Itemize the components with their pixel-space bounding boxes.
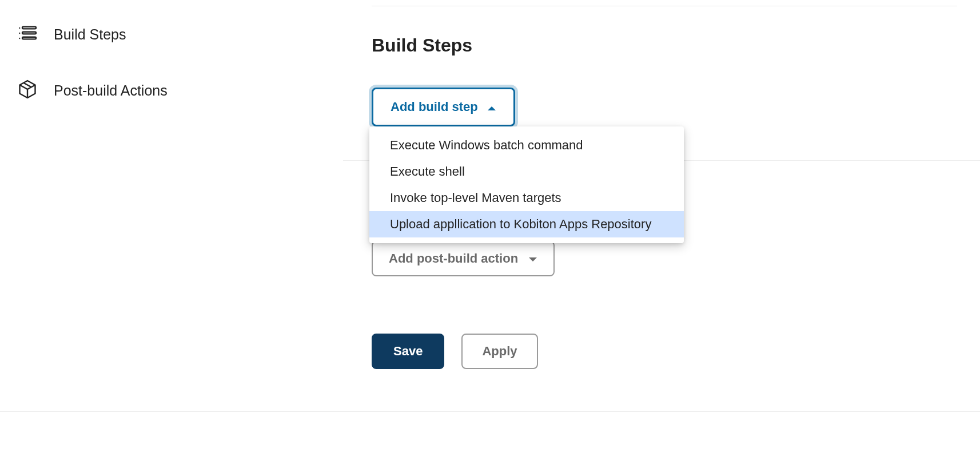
sidebar-item-post-build[interactable]: Post-build Actions <box>17 73 332 108</box>
add-post-build-label: Add post-build action <box>389 251 518 266</box>
action-buttons: Save Apply <box>372 334 957 369</box>
svg-rect-0 <box>22 27 36 29</box>
add-build-step-container: Add build step Execute Windows batch com… <box>372 88 957 126</box>
divider <box>372 6 957 6</box>
add-build-step-menu: Execute Windows batch command Execute sh… <box>369 126 684 243</box>
main-content: Build Steps Add build step Execute Windo… <box>343 0 980 452</box>
sidebar: Build Steps Post-build Actions <box>0 0 343 452</box>
menu-item-exec-windows[interactable]: Execute Windows batch command <box>369 132 684 158</box>
menu-item-kobiton-upload[interactable]: Upload appllication to Kobiton Apps Repo… <box>369 211 684 237</box>
add-build-step-label: Add build step <box>391 100 478 114</box>
post-build-section: Add post-build action <box>372 241 957 276</box>
svg-rect-1 <box>22 32 36 34</box>
add-build-step-button[interactable]: Add build step <box>372 88 515 126</box>
caret-up-icon <box>487 100 496 114</box>
menu-item-maven[interactable]: Invoke top-level Maven targets <box>369 185 684 211</box>
sidebar-item-label: Build Steps <box>54 26 126 43</box>
add-post-build-button[interactable]: Add post-build action <box>372 241 555 276</box>
package-icon <box>17 79 38 102</box>
save-button[interactable]: Save <box>372 334 444 369</box>
sidebar-item-build-steps[interactable]: Build Steps <box>17 17 332 51</box>
section-title-build-steps: Build Steps <box>372 35 957 56</box>
build-steps-icon <box>17 23 38 46</box>
menu-item-exec-shell[interactable]: Execute shell <box>369 158 684 185</box>
svg-rect-2 <box>22 37 36 39</box>
apply-button[interactable]: Apply <box>461 334 537 369</box>
bottom-divider <box>0 411 980 412</box>
sidebar-item-label: Post-build Actions <box>54 82 168 99</box>
caret-down-icon <box>528 251 537 266</box>
